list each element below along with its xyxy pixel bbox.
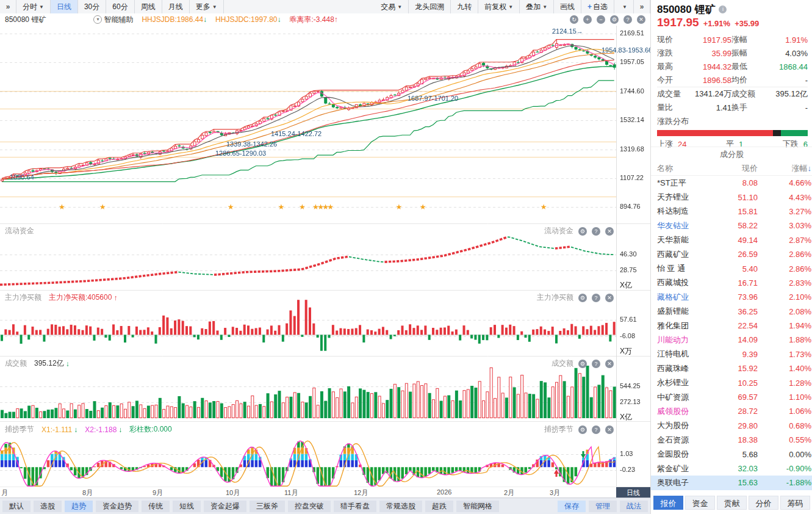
tool-caret[interactable]: ▼: [614, 0, 634, 13]
close-icon[interactable]: ✕: [605, 227, 614, 236]
month-label: 3月: [550, 488, 560, 498]
constituent-row[interactable]: 川能动力14.091.88%: [651, 333, 812, 347]
tool-画线[interactable]: 画线: [554, 0, 581, 13]
gear-icon[interactable]: ⚙: [578, 360, 587, 368]
strategy-超跌[interactable]: 超跌: [425, 501, 453, 512]
col-price[interactable]: 现价: [712, 163, 758, 174]
strategy-猎手看盘[interactable]: 猎手看盘: [334, 501, 376, 512]
gear-icon[interactable]: ⚙: [578, 294, 587, 302]
tool-叠加[interactable]: 叠加▼: [520, 0, 554, 13]
strategy-三板斧[interactable]: 三板斧: [250, 501, 285, 512]
chevron-more-icon[interactable]: »: [634, 0, 650, 13]
tool-前复权[interactable]: 前复权▼: [478, 0, 520, 13]
tab-更多[interactable]: 更多▼: [190, 0, 224, 13]
constituent-row[interactable]: 怡 亚 通5.402.86%: [651, 261, 812, 275]
help-icon[interactable]: ?: [623, 15, 632, 24]
help-icon[interactable]: ?: [592, 360, 600, 368]
constituent-row[interactable]: 盛新锂能36.252.08%: [651, 305, 812, 319]
price-annotation: 1954.83-1953.66: [602, 46, 652, 54]
tab-月线[interactable]: 月线: [162, 0, 190, 13]
constituent-row[interactable]: 科达制造15.813.27%: [651, 205, 812, 219]
strategy-短线[interactable]: 短线: [173, 501, 201, 512]
constituent-row[interactable]: 中矿资源69.571.10%: [651, 390, 812, 404]
constituent-row[interactable]: 大为股份29.800.68%: [651, 419, 812, 433]
strategy-趋势[interactable]: 趋势: [65, 501, 93, 512]
close-icon[interactable]: ✕: [605, 294, 614, 302]
close-icon[interactable]: ✕: [637, 15, 645, 24]
price-annotation: 1415.24-1422.72: [271, 130, 322, 137]
action-管理[interactable]: 管理: [589, 501, 617, 512]
close-icon[interactable]: ✕: [605, 360, 614, 368]
info-icon[interactable]: i: [719, 5, 727, 13]
constituent-change: 0.00%: [758, 450, 811, 459]
tab-分价[interactable]: 分价: [749, 496, 778, 510]
col-change[interactable]: 涨幅↓: [758, 163, 811, 174]
minus-icon[interactable]: −: [597, 15, 605, 24]
tab-分时[interactable]: 分时▼: [16, 0, 51, 13]
constituent-price: 22.54: [712, 321, 758, 330]
tab-报价[interactable]: 报价: [653, 496, 683, 510]
constituent-row[interactable]: 江特电机9.391.73%: [651, 347, 812, 361]
constituent-row[interactable]: 金石资源18.380.55%: [651, 433, 812, 447]
constituent-row[interactable]: 西藏矿业26.592.86%: [651, 247, 812, 261]
smart-assist-toggle[interactable]: ▾ 智能辅助: [93, 15, 133, 25]
strategy-常规选股[interactable]: 常规选股: [379, 501, 422, 512]
constituent-row[interactable]: 奥联电子15.63-1.88%: [651, 476, 812, 490]
help-icon[interactable]: ?: [592, 425, 600, 434]
signal-star-icon: ★: [278, 203, 285, 211]
constituent-row[interactable]: 天齐锂业51.104.43%: [651, 190, 812, 204]
quote-grid: 现价1917.95涨幅1.91%涨跌35.99振幅4.03%最高1944.32最…: [657, 33, 808, 114]
gear-icon[interactable]: ⚙: [578, 227, 587, 236]
tool-龙头回溯[interactable]: 龙头回溯: [409, 0, 451, 13]
constituent-row[interactable]: 永杉锂业10.251.28%: [651, 375, 812, 389]
constituent-row[interactable]: 金圆股份5.680.00%: [651, 447, 812, 461]
tool-自选[interactable]: +自选: [581, 0, 614, 13]
help-icon[interactable]: ?: [592, 227, 600, 236]
strategy-传统[interactable]: 传统: [142, 501, 170, 512]
quote-label: 均价: [731, 74, 762, 85]
tab-资金[interactable]: 资金: [685, 496, 715, 510]
strategy-控盘突破[interactable]: 控盘突破: [288, 501, 331, 512]
close-icon[interactable]: ✕: [605, 425, 614, 434]
tab-30分[interactable]: 30分: [78, 0, 106, 13]
strategy-资金起爆[interactable]: 资金起爆: [204, 501, 246, 512]
strategy-资金趋势[interactable]: 资金趋势: [96, 501, 138, 512]
tab-日线[interactable]: 日线: [51, 0, 78, 13]
refresh-icon[interactable]: ↻: [570, 15, 578, 24]
tool-交易[interactable]: 交易▼: [375, 0, 409, 13]
constituent-row[interactable]: 西藏珠峰15.921.40%: [651, 361, 812, 375]
tab-贡献[interactable]: 贡献: [717, 496, 747, 510]
constituent-row[interactable]: *ST正平8.084.66%: [651, 176, 812, 190]
constituent-row[interactable]: 紫金矿业32.03-0.90%: [651, 462, 812, 476]
plus-icon[interactable]: +: [583, 15, 592, 24]
gear-icon[interactable]: ⚙: [578, 425, 587, 434]
constituent-row[interactable]: 华友钴业58.223.03%: [651, 219, 812, 233]
quote-row: 量比1.41换手-: [657, 101, 808, 114]
quote-label: 换手: [731, 102, 762, 113]
tab-60分[interactable]: 60分: [106, 0, 134, 13]
strategy-选股[interactable]: 选股: [34, 501, 62, 512]
action-战法[interactable]: 战法: [620, 501, 648, 512]
strategy-默认[interactable]: 默认: [2, 501, 31, 512]
constituent-row[interactable]: 西藏城投16.712.83%: [651, 276, 812, 290]
price-annotation: 1090.64: [10, 173, 34, 181]
chevron-expand-icon[interactable]: »: [0, 0, 16, 13]
tool-九转[interactable]: 九转: [451, 0, 478, 13]
gear-icon[interactable]: ⚙: [610, 15, 619, 24]
constituent-row[interactable]: 雅化集团22.541.94%: [651, 319, 812, 333]
strategy-智能网格[interactable]: 智能网格: [456, 501, 499, 512]
kline-canvas[interactable]: [0, 26, 650, 487]
action-保存[interactable]: 保存: [558, 501, 586, 512]
price-tick: 1107.22: [620, 174, 644, 181]
constituent-row[interactable]: 天华新能49.142.87%: [651, 233, 812, 247]
constituent-row[interactable]: 藏格矿业73.962.10%: [651, 290, 812, 304]
constituent-change: 1.06%: [758, 407, 811, 416]
app-window: »分时▼日线30分60分周线月线更多▼交易▼龙头回溯九转前复权▼叠加▼画线+自选…: [0, 0, 812, 514]
col-name[interactable]: 名称: [657, 163, 712, 174]
tab-周线[interactable]: 周线: [135, 0, 162, 13]
help-icon[interactable]: ?: [592, 294, 600, 302]
constituent-row[interactable]: 威领股份28.721.06%: [651, 404, 812, 418]
constituent-change: 0.68%: [758, 421, 811, 430]
tab-筹码[interactable]: 筹码: [780, 496, 810, 510]
period-indicator[interactable]: 日线: [616, 487, 650, 498]
